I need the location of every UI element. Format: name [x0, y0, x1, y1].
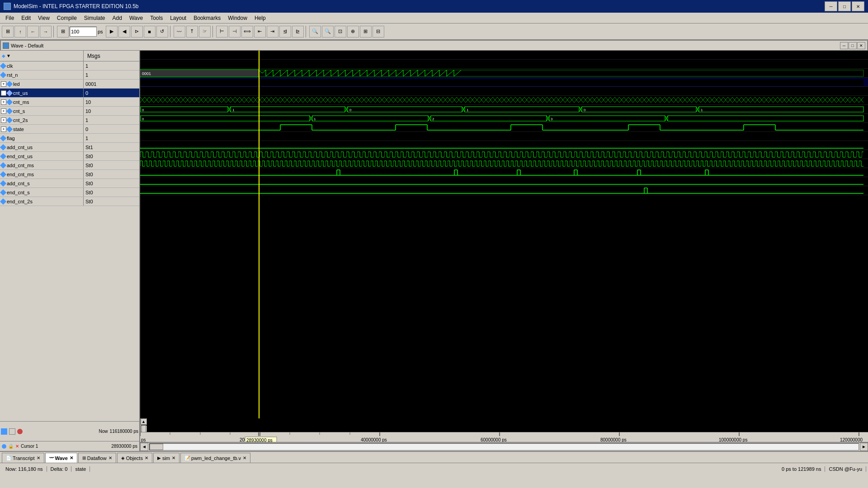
tb-zoom-fit[interactable]: ⊡: [335, 26, 346, 38]
tab-pwm-close[interactable]: ✕: [243, 455, 246, 460]
menu-edit[interactable]: Edit: [18, 14, 34, 22]
tab-sim[interactable]: ▶ sim ✕: [153, 453, 179, 463]
wave-minimize[interactable]: ─: [840, 42, 848, 49]
state-expand[interactable]: +: [1, 127, 6, 132]
signal-row-rst_n[interactable]: rst_n 1: [0, 70, 139, 80]
led-label: led: [13, 81, 20, 87]
signal-row-end_cnt_us[interactable]: end_cnt_us St0: [0, 152, 139, 161]
signal-row-end_cnt_ms[interactable]: end_cnt_ms St0: [0, 170, 139, 179]
menu-help[interactable]: Help: [251, 14, 269, 22]
maximize-button[interactable]: □: [838, 1, 851, 11]
menu-compile[interactable]: Compile: [53, 14, 80, 22]
close-button[interactable]: ✕: [852, 1, 864, 11]
tb-fwd-btn[interactable]: →: [40, 26, 52, 38]
cnt_s-expand[interactable]: +: [1, 108, 6, 114]
signal-row-flag[interactable]: flag 1: [0, 134, 139, 143]
tb-bookmark2[interactable]: ⊟: [373, 26, 384, 38]
menu-view[interactable]: View: [34, 14, 53, 22]
signal-row-clk[interactable]: clk 1: [0, 61, 139, 70]
waveforms-scroll[interactable]: 0001 // Draw many small bus transitions: [140, 51, 868, 418]
tb-wave-btn2[interactable]: ⤒: [186, 26, 198, 38]
wave-close[interactable]: ✕: [857, 42, 865, 49]
tb-restart-btn[interactable]: ↺: [156, 26, 168, 38]
hscroll-track[interactable]: [149, 443, 859, 450]
tb-zoom-cursor[interactable]: ⊕: [347, 26, 359, 38]
tb-rewind-btn[interactable]: ◀: [118, 26, 130, 38]
hscroll-right[interactable]: ►: [860, 443, 868, 451]
menu-window[interactable]: Window: [224, 14, 251, 22]
signal-row-state[interactable]: + state 0: [0, 125, 139, 134]
signal-row-cnt_s[interactable]: + cnt_s 10: [0, 107, 139, 116]
tb-step-btn[interactable]: ⊳: [131, 26, 143, 38]
tb-stop-btn[interactable]: ■: [144, 26, 156, 38]
tb-cursor-btn5[interactable]: ⇥: [267, 26, 278, 38]
cursor-lock-icon[interactable]: 🔒: [8, 444, 14, 449]
tab-transcript-close[interactable]: ✕: [37, 455, 40, 460]
tb-zoom-in[interactable]: 🔍: [322, 26, 334, 38]
cnt_ms-waveform: [140, 87, 868, 95]
menu-add[interactable]: Add: [109, 14, 126, 22]
signal-row-cnt_2s[interactable]: + cnt_2s 1: [0, 116, 139, 125]
tab-pwm[interactable]: 📝 pwm_led_change_tb.v ✕: [180, 453, 250, 463]
flag-label: flag: [7, 136, 15, 141]
wave-maximize[interactable]: □: [849, 42, 857, 49]
tb-wave-btn1[interactable]: 〰: [174, 26, 185, 38]
minimize-button[interactable]: ─: [825, 1, 837, 11]
svg-text:0: 0: [584, 108, 586, 112]
signal-name-cnt_ms: + cnt_ms: [0, 98, 84, 106]
tab-objects-close[interactable]: ✕: [145, 455, 148, 460]
tb-play-btn[interactable]: ▶: [106, 26, 118, 38]
cursor-del-icon[interactable]: ✕: [15, 444, 19, 449]
tab-dataflow[interactable]: ⊞ Dataflow ✕: [78, 453, 116, 463]
tb-cursor-btn4[interactable]: ⇤: [254, 26, 266, 38]
add_cnt_us-label: add_cnt_us: [7, 145, 33, 150]
signal-row-cnt_us[interactable]: + cnt_us 0: [0, 89, 139, 98]
signal-row-led[interactable]: + led 0001: [0, 80, 139, 89]
tb-cursor-btn7[interactable]: ⊵: [292, 26, 304, 38]
time-input[interactable]: [70, 27, 97, 37]
menu-tools[interactable]: Tools: [146, 14, 166, 22]
tab-sim-close[interactable]: ✕: [172, 455, 175, 460]
hscroll-left[interactable]: ◄: [140, 443, 148, 451]
signal-row-add_cnt_s[interactable]: add_cnt_s St0: [0, 179, 139, 188]
cnt_2s-expand[interactable]: +: [1, 117, 6, 123]
menu-wave[interactable]: Wave: [126, 14, 146, 22]
signal-row-cnt_ms[interactable]: + cnt_ms 10: [0, 98, 139, 107]
tab-wave[interactable]: 〰 Wave ✕: [45, 453, 77, 463]
tab-objects[interactable]: ◈ Objects ✕: [117, 453, 152, 463]
tb-wave-btn3[interactable]: ☞: [199, 26, 211, 38]
tb-cursor-btn2[interactable]: ⊣: [229, 26, 241, 38]
signal-row-add_cnt_ms[interactable]: add_cnt_ms St0: [0, 161, 139, 170]
tab-dataflow-close[interactable]: ✕: [108, 455, 112, 460]
tb-copy-btn[interactable]: ⊞: [2, 26, 14, 38]
panel-icon2[interactable]: [9, 428, 15, 435]
tb-cursor-btn6[interactable]: ⊴: [279, 26, 291, 38]
signal-sort-icon[interactable]: ▼: [6, 53, 11, 58]
tb-grid-btn[interactable]: ⊞: [57, 26, 69, 38]
menu-file[interactable]: File: [2, 14, 18, 22]
menu-simulate[interactable]: Simulate: [80, 14, 109, 22]
tb-cursor-btn1[interactable]: ⊢: [216, 26, 228, 38]
led-expand[interactable]: +: [1, 81, 6, 87]
cnt_ms-expand[interactable]: +: [1, 99, 6, 105]
hscroll-thumb[interactable]: [150, 444, 163, 450]
panel-icon1[interactable]: [1, 428, 7, 435]
panel-icon3[interactable]: [17, 429, 23, 434]
svg-text:0: 0: [349, 108, 352, 112]
tb-cursor-btn3[interactable]: ⟺: [241, 26, 253, 38]
tb-up-btn[interactable]: ↑: [14, 26, 26, 38]
menu-layout[interactable]: Layout: [166, 14, 190, 22]
vscroll-up[interactable]: ▲: [141, 418, 147, 425]
vertical-scrollbar[interactable]: ▲ ▼: [140, 418, 146, 432]
menu-bookmarks[interactable]: Bookmarks: [190, 14, 224, 22]
tb-zoom-out[interactable]: 🔍: [309, 26, 321, 38]
signal-row-end_cnt_2s[interactable]: end_cnt_2s St0: [0, 197, 139, 206]
tb-bookmark1[interactable]: ⊞: [360, 26, 372, 38]
tb-back-btn[interactable]: ←: [27, 26, 39, 38]
vscroll-track[interactable]: [141, 425, 146, 426]
cnt_us-expand[interactable]: +: [1, 90, 6, 96]
tab-transcript[interactable]: 📄 Transcript ✕: [2, 453, 44, 463]
tab-wave-close[interactable]: ✕: [70, 455, 73, 460]
signal-row-add_cnt_us[interactable]: add_cnt_us St1: [0, 143, 139, 152]
signal-row-end_cnt_s[interactable]: end_cnt_s St0: [0, 188, 139, 197]
